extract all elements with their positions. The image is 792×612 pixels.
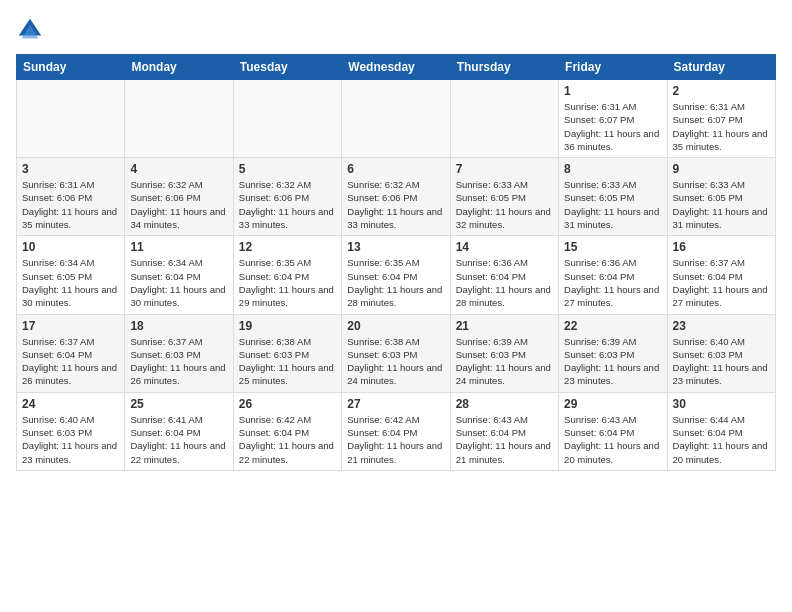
day-number: 28 xyxy=(456,397,553,411)
day-info: Sunrise: 6:42 AM Sunset: 6:04 PM Dayligh… xyxy=(347,413,444,466)
calendar-cell: 24Sunrise: 6:40 AM Sunset: 6:03 PM Dayli… xyxy=(17,392,125,470)
calendar-cell: 5Sunrise: 6:32 AM Sunset: 6:06 PM Daylig… xyxy=(233,158,341,236)
calendar-cell: 9Sunrise: 6:33 AM Sunset: 6:05 PM Daylig… xyxy=(667,158,775,236)
calendar-cell xyxy=(450,80,558,158)
calendar-cell: 3Sunrise: 6:31 AM Sunset: 6:06 PM Daylig… xyxy=(17,158,125,236)
calendar-cell: 29Sunrise: 6:43 AM Sunset: 6:04 PM Dayli… xyxy=(559,392,667,470)
calendar-cell: 30Sunrise: 6:44 AM Sunset: 6:04 PM Dayli… xyxy=(667,392,775,470)
calendar-header-wednesday: Wednesday xyxy=(342,55,450,80)
day-info: Sunrise: 6:31 AM Sunset: 6:06 PM Dayligh… xyxy=(22,178,119,231)
day-number: 16 xyxy=(673,240,770,254)
calendar-cell: 20Sunrise: 6:38 AM Sunset: 6:03 PM Dayli… xyxy=(342,314,450,392)
day-number: 9 xyxy=(673,162,770,176)
day-info: Sunrise: 6:39 AM Sunset: 6:03 PM Dayligh… xyxy=(456,335,553,388)
calendar-cell xyxy=(233,80,341,158)
day-info: Sunrise: 6:35 AM Sunset: 6:04 PM Dayligh… xyxy=(239,256,336,309)
day-info: Sunrise: 6:32 AM Sunset: 6:06 PM Dayligh… xyxy=(239,178,336,231)
day-info: Sunrise: 6:32 AM Sunset: 6:06 PM Dayligh… xyxy=(130,178,227,231)
calendar-cell: 10Sunrise: 6:34 AM Sunset: 6:05 PM Dayli… xyxy=(17,236,125,314)
day-number: 23 xyxy=(673,319,770,333)
calendar-cell: 12Sunrise: 6:35 AM Sunset: 6:04 PM Dayli… xyxy=(233,236,341,314)
calendar-cell: 1Sunrise: 6:31 AM Sunset: 6:07 PM Daylig… xyxy=(559,80,667,158)
calendar-header-thursday: Thursday xyxy=(450,55,558,80)
day-info: Sunrise: 6:42 AM Sunset: 6:04 PM Dayligh… xyxy=(239,413,336,466)
calendar-cell: 4Sunrise: 6:32 AM Sunset: 6:06 PM Daylig… xyxy=(125,158,233,236)
calendar-cell: 25Sunrise: 6:41 AM Sunset: 6:04 PM Dayli… xyxy=(125,392,233,470)
calendar-header-friday: Friday xyxy=(559,55,667,80)
day-info: Sunrise: 6:34 AM Sunset: 6:04 PM Dayligh… xyxy=(130,256,227,309)
day-info: Sunrise: 6:32 AM Sunset: 6:06 PM Dayligh… xyxy=(347,178,444,231)
calendar-week-2: 3Sunrise: 6:31 AM Sunset: 6:06 PM Daylig… xyxy=(17,158,776,236)
calendar-week-3: 10Sunrise: 6:34 AM Sunset: 6:05 PM Dayli… xyxy=(17,236,776,314)
day-number: 15 xyxy=(564,240,661,254)
calendar-cell: 16Sunrise: 6:37 AM Sunset: 6:04 PM Dayli… xyxy=(667,236,775,314)
calendar-cell: 15Sunrise: 6:36 AM Sunset: 6:04 PM Dayli… xyxy=(559,236,667,314)
calendar-cell xyxy=(342,80,450,158)
day-info: Sunrise: 6:39 AM Sunset: 6:03 PM Dayligh… xyxy=(564,335,661,388)
day-info: Sunrise: 6:43 AM Sunset: 6:04 PM Dayligh… xyxy=(564,413,661,466)
day-number: 18 xyxy=(130,319,227,333)
day-number: 22 xyxy=(564,319,661,333)
calendar-cell xyxy=(17,80,125,158)
day-number: 8 xyxy=(564,162,661,176)
day-info: Sunrise: 6:38 AM Sunset: 6:03 PM Dayligh… xyxy=(347,335,444,388)
calendar-cell: 23Sunrise: 6:40 AM Sunset: 6:03 PM Dayli… xyxy=(667,314,775,392)
day-info: Sunrise: 6:36 AM Sunset: 6:04 PM Dayligh… xyxy=(564,256,661,309)
day-info: Sunrise: 6:43 AM Sunset: 6:04 PM Dayligh… xyxy=(456,413,553,466)
day-info: Sunrise: 6:41 AM Sunset: 6:04 PM Dayligh… xyxy=(130,413,227,466)
day-number: 2 xyxy=(673,84,770,98)
day-number: 1 xyxy=(564,84,661,98)
calendar-cell: 19Sunrise: 6:38 AM Sunset: 6:03 PM Dayli… xyxy=(233,314,341,392)
calendar-header-row: SundayMondayTuesdayWednesdayThursdayFrid… xyxy=(17,55,776,80)
day-info: Sunrise: 6:40 AM Sunset: 6:03 PM Dayligh… xyxy=(22,413,119,466)
day-number: 4 xyxy=(130,162,227,176)
day-number: 21 xyxy=(456,319,553,333)
calendar-cell: 8Sunrise: 6:33 AM Sunset: 6:05 PM Daylig… xyxy=(559,158,667,236)
calendar-header-sunday: Sunday xyxy=(17,55,125,80)
day-number: 5 xyxy=(239,162,336,176)
day-info: Sunrise: 6:33 AM Sunset: 6:05 PM Dayligh… xyxy=(456,178,553,231)
day-info: Sunrise: 6:37 AM Sunset: 6:03 PM Dayligh… xyxy=(130,335,227,388)
day-info: Sunrise: 6:36 AM Sunset: 6:04 PM Dayligh… xyxy=(456,256,553,309)
day-number: 17 xyxy=(22,319,119,333)
day-number: 7 xyxy=(456,162,553,176)
calendar-cell: 18Sunrise: 6:37 AM Sunset: 6:03 PM Dayli… xyxy=(125,314,233,392)
day-number: 11 xyxy=(130,240,227,254)
day-number: 26 xyxy=(239,397,336,411)
calendar-cell: 22Sunrise: 6:39 AM Sunset: 6:03 PM Dayli… xyxy=(559,314,667,392)
calendar-table: SundayMondayTuesdayWednesdayThursdayFrid… xyxy=(16,54,776,471)
calendar-week-5: 24Sunrise: 6:40 AM Sunset: 6:03 PM Dayli… xyxy=(17,392,776,470)
day-number: 6 xyxy=(347,162,444,176)
calendar-cell: 14Sunrise: 6:36 AM Sunset: 6:04 PM Dayli… xyxy=(450,236,558,314)
day-info: Sunrise: 6:37 AM Sunset: 6:04 PM Dayligh… xyxy=(673,256,770,309)
day-number: 30 xyxy=(673,397,770,411)
calendar-week-4: 17Sunrise: 6:37 AM Sunset: 6:04 PM Dayli… xyxy=(17,314,776,392)
logo xyxy=(16,16,48,44)
calendar-cell: 6Sunrise: 6:32 AM Sunset: 6:06 PM Daylig… xyxy=(342,158,450,236)
day-info: Sunrise: 6:35 AM Sunset: 6:04 PM Dayligh… xyxy=(347,256,444,309)
day-number: 24 xyxy=(22,397,119,411)
day-info: Sunrise: 6:37 AM Sunset: 6:04 PM Dayligh… xyxy=(22,335,119,388)
calendar-cell: 21Sunrise: 6:39 AM Sunset: 6:03 PM Dayli… xyxy=(450,314,558,392)
calendar-cell: 7Sunrise: 6:33 AM Sunset: 6:05 PM Daylig… xyxy=(450,158,558,236)
day-number: 20 xyxy=(347,319,444,333)
day-number: 25 xyxy=(130,397,227,411)
calendar-cell: 17Sunrise: 6:37 AM Sunset: 6:04 PM Dayli… xyxy=(17,314,125,392)
calendar-header-saturday: Saturday xyxy=(667,55,775,80)
calendar-cell: 13Sunrise: 6:35 AM Sunset: 6:04 PM Dayli… xyxy=(342,236,450,314)
calendar-week-1: 1Sunrise: 6:31 AM Sunset: 6:07 PM Daylig… xyxy=(17,80,776,158)
logo-icon xyxy=(16,16,44,44)
calendar-cell: 2Sunrise: 6:31 AM Sunset: 6:07 PM Daylig… xyxy=(667,80,775,158)
day-info: Sunrise: 6:33 AM Sunset: 6:05 PM Dayligh… xyxy=(673,178,770,231)
day-info: Sunrise: 6:33 AM Sunset: 6:05 PM Dayligh… xyxy=(564,178,661,231)
day-info: Sunrise: 6:31 AM Sunset: 6:07 PM Dayligh… xyxy=(564,100,661,153)
day-info: Sunrise: 6:44 AM Sunset: 6:04 PM Dayligh… xyxy=(673,413,770,466)
calendar-header-monday: Monday xyxy=(125,55,233,80)
day-number: 14 xyxy=(456,240,553,254)
day-number: 27 xyxy=(347,397,444,411)
calendar-cell: 11Sunrise: 6:34 AM Sunset: 6:04 PM Dayli… xyxy=(125,236,233,314)
calendar-header-tuesday: Tuesday xyxy=(233,55,341,80)
day-number: 12 xyxy=(239,240,336,254)
day-info: Sunrise: 6:34 AM Sunset: 6:05 PM Dayligh… xyxy=(22,256,119,309)
day-info: Sunrise: 6:40 AM Sunset: 6:03 PM Dayligh… xyxy=(673,335,770,388)
